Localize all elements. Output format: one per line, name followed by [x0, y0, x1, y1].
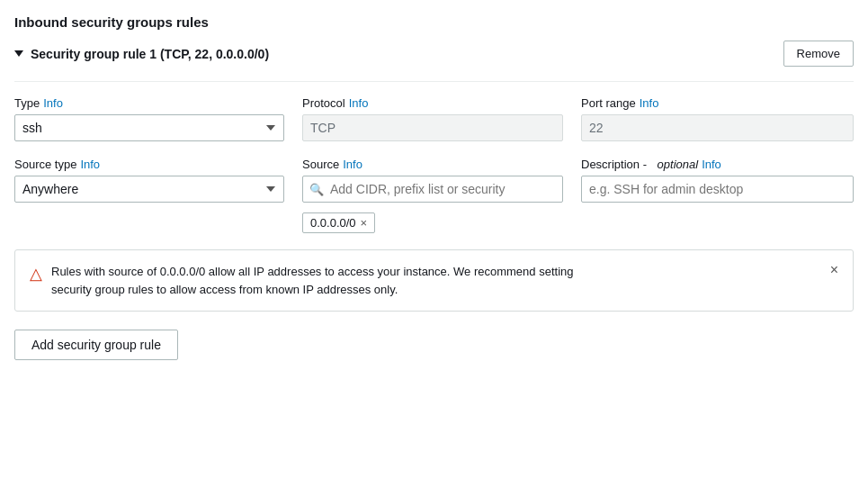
section-title: Inbound security groups rules [14, 14, 854, 30]
type-select-wrapper: ssh Custom TCP Custom UDP All traffic HT… [14, 114, 284, 141]
warning-close-icon[interactable]: × [830, 263, 838, 277]
protocol-label: Protocol Info [302, 96, 563, 110]
desc-optional-label: optional [658, 158, 699, 171]
source-search-wrapper: 🔍 [302, 176, 563, 203]
source-info-link[interactable]: Info [343, 158, 362, 171]
protocol-field-group: Protocol Info [302, 96, 563, 141]
source-type-select[interactable]: Anywhere Custom My IP Anywhere IPv6 [14, 176, 284, 203]
source-field-group: Source Info 🔍 0.0.0.0/0 × [302, 158, 563, 233]
warning-box: △ Rules with source of 0.0.0.0/0 allow a… [14, 249, 854, 312]
type-label: Type Info [14, 96, 284, 110]
source-type-field-group: Source type Info Anywhere Custom My IP A… [14, 158, 284, 233]
divider [14, 81, 854, 82]
source-tag: 0.0.0.0/0 × [302, 212, 375, 233]
protocol-input [302, 114, 563, 141]
source-type-label: Source type Info [14, 158, 284, 171]
source-tag-container: 0.0.0.0/0 × [302, 212, 563, 233]
type-select[interactable]: ssh Custom TCP Custom UDP All traffic HT… [14, 114, 284, 141]
rule-header: Security group rule 1 (TCP, 22, 0.0.0.0/… [14, 41, 854, 67]
source-label: Source Info [302, 158, 563, 171]
desc-input[interactable] [581, 176, 854, 203]
protocol-info-link[interactable]: Info [349, 96, 369, 110]
type-info-link[interactable]: Info [43, 96, 63, 110]
fields-row-2: Source type Info Anywhere Custom My IP A… [14, 158, 854, 233]
remove-button[interactable]: Remove [783, 41, 854, 67]
source-tag-value: 0.0.0.0/0 [310, 216, 356, 230]
desc-label: Description - optional Info [581, 158, 854, 171]
add-security-group-rule-button[interactable]: Add security group rule [14, 330, 178, 360]
port-range-label: Port range Info [581, 96, 854, 110]
chevron-down-icon[interactable] [14, 50, 23, 57]
warning-text: Rules with source of 0.0.0.0/0 allow all… [51, 263, 573, 298]
port-range-input [581, 114, 854, 141]
desc-field-group: Description - optional Info [581, 158, 854, 233]
fields-row-1: Type Info ssh Custom TCP Custom UDP All … [14, 96, 854, 141]
rule-title: Security group rule 1 (TCP, 22, 0.0.0.0/… [31, 47, 269, 61]
warning-content: △ Rules with source of 0.0.0.0/0 allow a… [30, 263, 821, 298]
source-tag-close-icon[interactable]: × [361, 217, 368, 229]
search-icon: 🔍 [309, 183, 324, 196]
type-field-group: Type Info ssh Custom TCP Custom UDP All … [14, 96, 284, 141]
port-range-info-link[interactable]: Info [640, 96, 659, 110]
source-search-input[interactable] [302, 176, 563, 203]
source-type-info-link[interactable]: Info [80, 158, 100, 171]
port-field-group: Port range Info [581, 96, 854, 141]
warning-triangle-icon: △ [30, 264, 42, 284]
source-type-select-wrapper: Anywhere Custom My IP Anywhere IPv6 [14, 176, 284, 203]
desc-info-link[interactable]: Info [702, 158, 721, 171]
